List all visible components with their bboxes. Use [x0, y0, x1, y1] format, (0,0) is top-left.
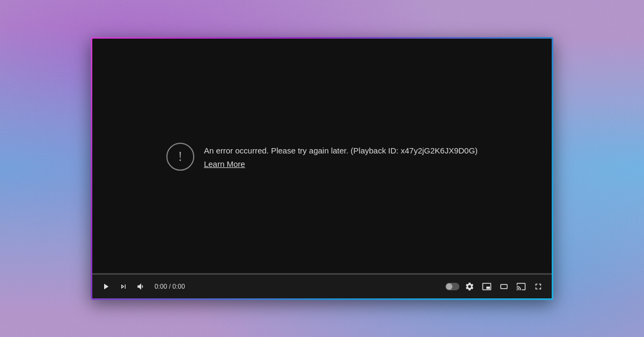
- play-button[interactable]: [99, 280, 113, 294]
- toggle-track: [445, 283, 459, 290]
- fullscreen-icon: [533, 282, 543, 291]
- theater-icon: [499, 282, 509, 291]
- error-text-block: An error occurred. Please try again late…: [204, 145, 478, 169]
- volume-button[interactable]: [134, 280, 148, 294]
- volume-icon: [136, 282, 146, 291]
- cast-button[interactable]: [514, 280, 528, 294]
- video-area: ! An error occurred. Please try again la…: [92, 39, 552, 275]
- player-wrapper: ! An error occurred. Please try again la…: [91, 37, 553, 300]
- theater-button[interactable]: [497, 280, 511, 294]
- right-controls: [445, 280, 545, 294]
- miniplayer-button[interactable]: [480, 280, 494, 294]
- error-container: ! An error occurred. Please try again la…: [166, 143, 478, 171]
- next-icon: [119, 282, 128, 291]
- settings-button[interactable]: [463, 280, 477, 294]
- controls-bar: 0:00 / 0:00: [92, 275, 552, 298]
- error-icon: !: [166, 143, 194, 171]
- play-icon: [101, 282, 111, 291]
- miniplayer-icon: [482, 282, 492, 291]
- error-message: An error occurred. Please try again late…: [204, 145, 478, 156]
- exclamation-mark: !: [178, 150, 183, 164]
- settings-icon: [465, 282, 474, 291]
- learn-more-link[interactable]: Learn More: [204, 159, 478, 169]
- progress-bar[interactable]: [92, 273, 552, 275]
- next-button[interactable]: [117, 280, 130, 293]
- fullscreen-button[interactable]: [531, 280, 545, 294]
- autoplay-toggle[interactable]: [445, 283, 459, 290]
- cast-icon: [516, 282, 526, 291]
- toggle-dot: [446, 283, 452, 290]
- video-player: ! An error occurred. Please try again la…: [92, 39, 552, 298]
- time-display: 0:00 / 0:00: [155, 283, 185, 290]
